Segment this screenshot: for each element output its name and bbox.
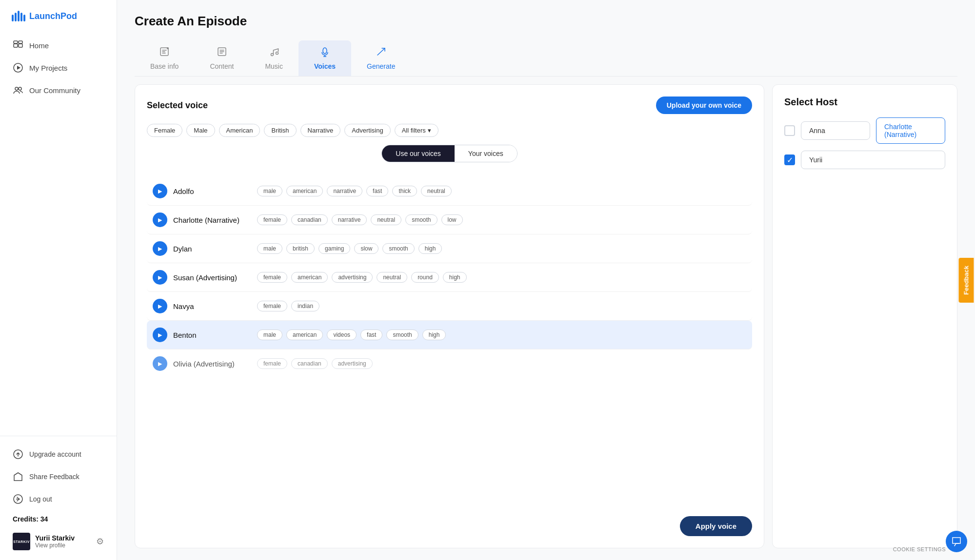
- play-olivia-button[interactable]: ▶: [153, 356, 167, 371]
- filter-male[interactable]: Male: [186, 124, 215, 137]
- filter-tags: Female Male American British Narrative A…: [147, 124, 752, 137]
- svg-rect-4: [23, 15, 25, 21]
- your-voices-button[interactable]: Your voices: [455, 145, 517, 162]
- upload-voice-button[interactable]: Upload your own voice: [656, 97, 752, 114]
- tag: smooth: [386, 329, 418, 340]
- content-icon: [217, 46, 227, 59]
- logo-icon: [12, 11, 25, 21]
- play-navya-button[interactable]: ▶: [153, 299, 167, 313]
- voice-row-navya[interactable]: ▶ Navya female indian: [147, 292, 752, 321]
- play-adolfo-button[interactable]: ▶: [153, 184, 167, 198]
- home-icon: [13, 40, 23, 51]
- filter-advertising[interactable]: Advertising: [344, 124, 390, 137]
- settings-icon[interactable]: ⚙: [96, 536, 104, 547]
- tag: american: [286, 329, 323, 340]
- voice-tags-navya: female indian: [257, 301, 319, 311]
- host-row-yurii: ✓ Yurii: [784, 151, 945, 169]
- sidebar: LaunchPod Home My Projects: [0, 0, 117, 560]
- voice-name-olivia: Olivia (Advertising): [173, 360, 251, 368]
- upgrade-account-button[interactable]: Upgrade account: [6, 444, 111, 464]
- tag: low: [441, 214, 463, 225]
- sidebar-item-projects[interactable]: My Projects: [6, 58, 111, 78]
- feedback-label: Share Feedback: [29, 473, 80, 481]
- logo-text: LaunchPod: [29, 11, 77, 21]
- chat-bubble-button[interactable]: [946, 531, 967, 552]
- cookie-settings[interactable]: COOKIE SETTINGS: [893, 546, 946, 552]
- sidebar-item-home[interactable]: Home: [6, 35, 111, 56]
- tab-base-info-label: Base info: [150, 62, 179, 70]
- tab-generate[interactable]: Generate: [351, 40, 411, 76]
- svg-point-20: [323, 48, 327, 54]
- tab-base-info[interactable]: Base info: [135, 40, 194, 76]
- play-benton-button[interactable]: ▶: [153, 328, 167, 342]
- voice-name-dylan: Dylan: [173, 245, 251, 253]
- voice-tags-benton: male american videos fast smooth high: [257, 329, 446, 340]
- host-name-anna: Anna: [801, 121, 870, 140]
- view-profile-link[interactable]: View profile: [35, 542, 75, 549]
- tag: high: [418, 243, 442, 254]
- svg-rect-1: [15, 13, 17, 21]
- sidebar-item-home-label: Home: [29, 41, 49, 50]
- voice-row-charlotte[interactable]: ▶ Charlotte (Narrative) female canadian …: [147, 206, 752, 234]
- filter-british[interactable]: British: [264, 124, 296, 137]
- voice-tags-dylan: male british gaming slow smooth high: [257, 243, 442, 254]
- profile-name: Yurii Starkiv: [35, 534, 75, 542]
- sidebar-item-community[interactable]: Our Community: [6, 80, 111, 100]
- filter-all[interactable]: All filters ▾: [395, 124, 438, 137]
- generate-icon: [376, 46, 386, 59]
- tag: canadian: [291, 358, 328, 369]
- voice-row-susan[interactable]: ▶ Susan (Advertising) female american ad…: [147, 263, 752, 292]
- tab-music[interactable]: Music: [249, 40, 298, 76]
- filter-narrative[interactable]: Narrative: [300, 124, 341, 137]
- profile-info: STARKIV Yurii Starkiv View profile: [13, 533, 75, 550]
- tag: british: [286, 243, 315, 254]
- profile-details: Yurii Starkiv View profile: [35, 534, 75, 549]
- svg-point-19: [276, 52, 278, 55]
- filter-american[interactable]: American: [219, 124, 260, 137]
- host-name-charlotte-narrative: Charlotte (Narrative): [876, 117, 945, 144]
- sidebar-item-community-label: Our Community: [29, 86, 80, 95]
- logout-button[interactable]: Log out: [6, 489, 111, 509]
- avatar: STARKIV: [13, 533, 30, 550]
- use-our-voices-button[interactable]: Use our voices: [382, 145, 455, 162]
- play-charlotte-button[interactable]: ▶: [153, 212, 167, 227]
- feedback-icon: [13, 471, 23, 482]
- tag: american: [286, 186, 323, 196]
- logout-icon: [13, 494, 23, 504]
- tag: indian: [291, 301, 319, 311]
- tab-content[interactable]: Content: [194, 40, 249, 76]
- tag: thick: [392, 186, 417, 196]
- feedback-side-tab[interactable]: Feedback: [959, 258, 974, 303]
- credits-label: Credits:: [13, 515, 39, 523]
- sidebar-item-projects-label: My Projects: [29, 64, 67, 72]
- host-title: Select Host: [784, 97, 945, 108]
- tag: videos: [327, 329, 357, 340]
- tag: neutral: [377, 272, 407, 283]
- play-dylan-button[interactable]: ▶: [153, 241, 167, 256]
- tag: neutral: [421, 186, 452, 196]
- tag: high: [443, 272, 467, 283]
- voice-tags-susan: female american advertising neutral roun…: [257, 272, 467, 283]
- host-checkbox-yurii[interactable]: ✓: [784, 154, 795, 165]
- host-checkbox-anna[interactable]: [784, 125, 795, 136]
- host-panel: Select Host Anna Charlotte (Narrative) ✓…: [772, 84, 957, 548]
- voice-row-adolfo[interactable]: ▶ Adolfo male american narrative fast th…: [147, 177, 752, 206]
- voice-row-benton[interactable]: ▶ Benton male american videos fast smoot…: [147, 321, 752, 349]
- voices-icon: [319, 46, 330, 59]
- tab-voices[interactable]: Voices: [298, 40, 351, 76]
- music-icon: [269, 46, 279, 59]
- selected-voice-title: Selected voice: [147, 100, 208, 111]
- credits-value: 34: [40, 515, 48, 523]
- share-feedback-button[interactable]: Share Feedback: [6, 466, 111, 487]
- tag: slow: [354, 243, 378, 254]
- tag: advertising: [332, 358, 373, 369]
- filter-female[interactable]: Female: [147, 124, 182, 137]
- tab-generate-label: Generate: [367, 62, 395, 70]
- tag: narrative: [332, 214, 367, 225]
- main: Create An Episode Base info: [117, 0, 975, 560]
- voice-row-dylan[interactable]: ▶ Dylan male british gaming slow smooth …: [147, 234, 752, 263]
- voice-row-olivia[interactable]: ▶ Olivia (Advertising) female canadian a…: [147, 349, 752, 378]
- apply-voice-button[interactable]: Apply voice: [680, 516, 752, 536]
- svg-point-11: [15, 87, 18, 90]
- play-susan-button[interactable]: ▶: [153, 270, 167, 285]
